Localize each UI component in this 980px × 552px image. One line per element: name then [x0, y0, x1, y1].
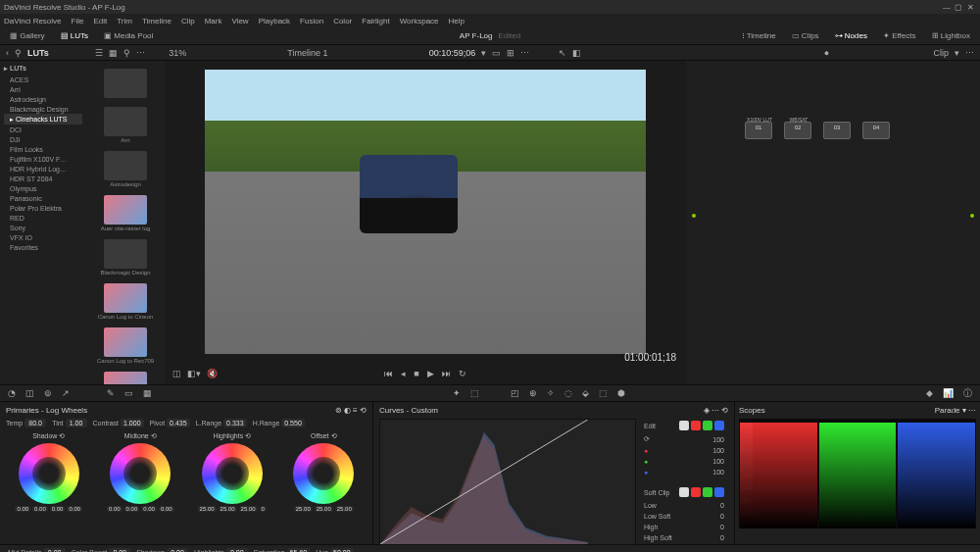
curves-mode-icon[interactable]: ◈ — [704, 406, 710, 415]
sidebar-item[interactable]: DJI — [4, 134, 82, 144]
node[interactable]: 04 — [862, 122, 890, 139]
lowsoft-row[interactable]: Low Soft0 — [644, 513, 724, 520]
luts-button[interactable]: ▤ LUTs — [57, 30, 92, 41]
sc-chip-r[interactable] — [691, 487, 701, 497]
stop-button[interactable]: ■ — [414, 369, 418, 378]
sidebar-item[interactable]: Arri — [4, 84, 82, 94]
color-wheel[interactable] — [293, 443, 354, 504]
clip-menu-icon[interactable]: ▾ — [955, 48, 959, 58]
sidebar-item[interactable]: HDR Hybrid Log… — [4, 164, 82, 174]
color-wheel[interactable] — [110, 443, 171, 504]
palette-window-icon[interactable]: ◰ — [511, 388, 519, 398]
tool-target-icon[interactable]: ⊚ — [44, 388, 52, 398]
palette-wand-icon[interactable]: ✦ — [453, 388, 461, 398]
tc-menu-icon[interactable]: ▾ — [481, 48, 486, 58]
menu-davinci-resolve[interactable]: DaVinci Resolve — [4, 17, 62, 25]
wheel-mode-1[interactable]: ⊚ — [335, 406, 342, 415]
sidebar-item[interactable]: Astrodesign — [4, 94, 82, 104]
close-button[interactable]: ✕ — [964, 3, 976, 12]
tool-curves-icon[interactable]: ◔ — [8, 388, 16, 398]
highsoft-row[interactable]: High Soft0 — [644, 534, 724, 541]
view-menu-icon[interactable]: ⋯ — [520, 48, 529, 58]
lut-thumb[interactable] — [104, 283, 147, 313]
palette-key-icon[interactable]: ⬙ — [582, 388, 589, 398]
effects-button[interactable]: ✦ Effects — [879, 30, 920, 41]
max-button[interactable]: ▢ — [953, 3, 964, 12]
sidebar-item[interactable]: Fujifilm X100V F… — [4, 154, 82, 164]
param-pivot[interactable]: Pivot0.435 — [150, 419, 190, 427]
scopes-toggle-icon[interactable]: 📊 — [943, 388, 954, 398]
node-graph[interactable]: X100V LUT01WB/SAT020304 — [686, 61, 980, 384]
sidebar-item[interactable]: DCI — [4, 125, 82, 134]
sidebar-item[interactable]: Favorites — [4, 242, 82, 252]
footer-param-saturation[interactable]: Saturation55.60 — [254, 548, 310, 552]
param-contrast[interactable]: Contrast1.000 — [93, 419, 144, 427]
menu-mark[interactable]: Mark — [205, 17, 222, 25]
sidebar-item[interactable]: Panasonic — [4, 193, 82, 203]
loop-button[interactable]: ↻ — [459, 369, 466, 378]
lut-thumb[interactable] — [104, 195, 147, 225]
chip-green[interactable] — [703, 421, 712, 430]
menu-file[interactable]: File — [72, 17, 84, 25]
info-icon[interactable]: ⓘ — [963, 387, 972, 400]
wheel-mode-3[interactable]: ≡ — [353, 406, 358, 415]
curves-options[interactable]: ⋯ — [711, 406, 719, 415]
sidebar-item[interactable]: HDR ST 2084 — [4, 174, 82, 183]
tool-eyedrop-icon[interactable]: ✎ — [107, 388, 115, 398]
high-row[interactable]: High0 — [644, 524, 724, 530]
view-icon-1[interactable]: ▭ — [492, 48, 501, 58]
region-icon[interactable]: ◧ — [572, 48, 581, 58]
footer-param-color-boost[interactable]: Color Boost0.00 — [72, 548, 131, 552]
timeline-panel-button[interactable]: ⫶ Timeline — [737, 30, 780, 41]
wipe-icon[interactable]: ◧▾ — [187, 369, 201, 378]
viewer-canvas[interactable] — [165, 61, 686, 363]
tool-rect-icon[interactable]: ▭ — [124, 388, 133, 398]
options-icon[interactable]: ⋯ — [136, 48, 145, 58]
mute-icon[interactable]: 🔇 — [207, 369, 218, 378]
keyframe-icon[interactable]: ◆ — [926, 388, 933, 398]
pointer-icon[interactable]: ↖ — [559, 48, 566, 58]
sidebar-item[interactable]: ▸ Cinehacks LUTS — [4, 114, 82, 125]
gallery-button[interactable]: ▦ Gallery — [6, 30, 49, 41]
menu-edit[interactable]: Edit — [93, 17, 107, 25]
param-l.range[interactable]: L.Range0.333 — [196, 419, 247, 427]
menu-workspace[interactable]: Workspace — [400, 17, 439, 25]
timeline-name[interactable]: Timeline 1 — [192, 48, 423, 58]
menu-trim[interactable]: Trim — [117, 17, 132, 25]
palette-adjust-icon[interactable]: ⬚ — [470, 388, 479, 398]
sidebar-item[interactable]: VFX IO — [4, 232, 82, 242]
prev-clip-button[interactable]: ⏮ — [384, 369, 393, 378]
footer-param-highlights[interactable]: Highlights0.00 — [194, 548, 248, 552]
lightbox-button[interactable]: ⊞ Lightbox — [928, 30, 974, 41]
back-icon[interactable]: ‹ — [6, 48, 9, 58]
sc-chip-l[interactable] — [679, 487, 689, 497]
lut-thumb[interactable] — [104, 151, 147, 180]
sc-chip-g[interactable] — [703, 487, 712, 497]
tool-arrow-icon[interactable]: ↗ — [62, 388, 70, 398]
lut-thumb[interactable] — [104, 327, 147, 357]
menu-clip[interactable]: Clip — [181, 17, 195, 25]
sidebar-item[interactable]: Film Looks — [4, 144, 82, 154]
min-button[interactable]: — — [941, 3, 953, 12]
step-back-button[interactable]: ◂ — [401, 369, 406, 378]
edit-val-b[interactable]: ●100 — [644, 469, 724, 476]
chip-red[interactable] — [691, 421, 701, 430]
palette-3d-icon[interactable]: ⬢ — [617, 388, 625, 398]
curve-editor[interactable] — [379, 419, 636, 545]
lut-thumb[interactable] — [104, 239, 147, 269]
footer-param-mid-details[interactable]: Mid Details0.00 — [8, 548, 66, 552]
low-row[interactable]: Low0 — [644, 502, 724, 509]
wheel-mode-2[interactable]: ◐ — [344, 406, 351, 415]
pin-icon[interactable]: ⚲ — [15, 48, 22, 58]
param-tint[interactable]: Tint1.00 — [52, 419, 86, 427]
scopes-mode[interactable]: Parade — [935, 406, 960, 415]
palette-stab-icon[interactable]: ✧ — [547, 388, 555, 398]
list-view-icon[interactable]: ☰ — [95, 48, 103, 58]
tool-grid-icon[interactable]: ▦ — [143, 388, 152, 398]
graph-output[interactable] — [970, 214, 974, 218]
sidebar-item[interactable]: Sony — [4, 223, 82, 232]
node[interactable]: X100V LUT01 — [745, 122, 772, 139]
footer-param-hue[interactable]: Hue50.00 — [316, 548, 353, 552]
chip-lum[interactable] — [679, 421, 689, 430]
menu-timeline[interactable]: Timeline — [142, 17, 172, 25]
